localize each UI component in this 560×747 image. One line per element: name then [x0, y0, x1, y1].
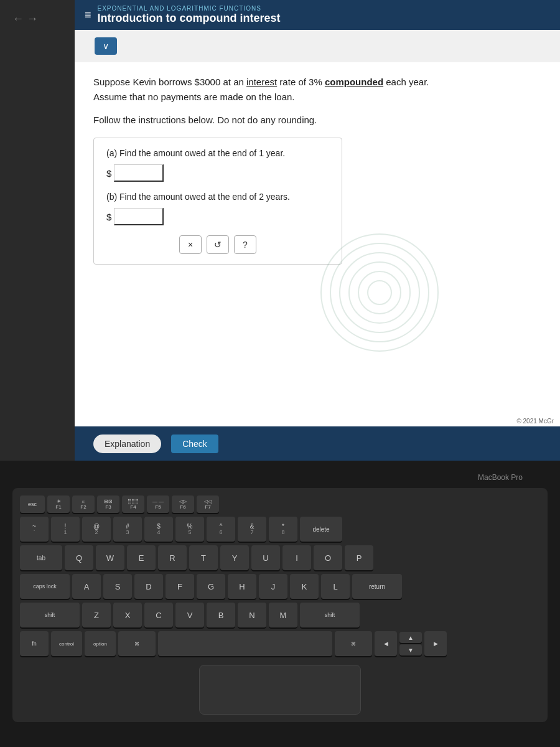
- key-t[interactable]: T: [189, 545, 218, 570]
- part-a-label: (a) Find the amount owed at the end of 1…: [106, 148, 329, 158]
- key-option[interactable]: option: [85, 631, 116, 656]
- key-f3[interactable]: ⊟⊡ F3: [97, 496, 119, 513]
- key-j[interactable]: J: [259, 574, 287, 599]
- key-8[interactable]: * 8: [269, 517, 297, 542]
- key-b[interactable]: B: [207, 603, 235, 627]
- key-fn[interactable]: fn: [20, 631, 49, 656]
- subject-label: EXPONENTIAL AND LOGARITHMIC FUNCTIONS: [98, 5, 281, 12]
- key-f2[interactable]: ☼ F2: [72, 496, 95, 513]
- key-space[interactable]: [158, 631, 332, 656]
- key-x[interactable]: X: [113, 603, 142, 627]
- bottom-bar: Explanation Check: [75, 426, 560, 461]
- fn-row: esc ☀ F1 ☼ F2 ⊟⊡ F3 ⣿⣿⣿ F4 — — F5 ◁: [20, 496, 540, 513]
- part-b-label: (b) Find the amount owed at the end of 2…: [106, 192, 329, 202]
- instructions-text: Follow the instructions below. Do not do…: [93, 115, 541, 125]
- key-f6[interactable]: ◁▷ F6: [172, 496, 194, 513]
- key-c[interactable]: C: [144, 603, 173, 627]
- key-shift-left[interactable]: shift: [20, 603, 80, 627]
- keyboard: esc ☀ F1 ☼ F2 ⊟⊡ F3 ⣿⣿⣿ F4 — — F5 ◁: [12, 488, 548, 722]
- macbook-label: MacBook Pro: [478, 473, 560, 482]
- hamburger-icon[interactable]: ≡: [85, 9, 91, 22]
- key-return[interactable]: return: [352, 574, 402, 599]
- num-row: ~ ` ! 1 @ 2 # 3 $ 4 % 5: [20, 517, 540, 542]
- key-arrow-up[interactable]: ▲: [399, 632, 422, 643]
- help-button[interactable]: ?: [234, 235, 256, 254]
- screen-area: ≡ EXPONENTIAL AND LOGARITHMIC FUNCTIONS …: [75, 0, 560, 461]
- back-button[interactable]: ← →: [12, 12, 38, 26]
- key-m[interactable]: M: [269, 603, 297, 627]
- key-z[interactable]: Z: [82, 603, 111, 627]
- problem-box: (a) Find the amount owed at the end of 1…: [93, 138, 342, 265]
- key-n[interactable]: N: [238, 603, 266, 627]
- key-capslock[interactable]: caps lock: [20, 574, 70, 599]
- screen-content: ≡ EXPONENTIAL AND LOGARITHMIC FUNCTIONS …: [75, 0, 560, 461]
- key-w[interactable]: W: [96, 545, 124, 570]
- lesson-title: Introduction to compound interest: [98, 12, 281, 25]
- key-arrow-left[interactable]: ◀: [375, 631, 397, 656]
- key-ctrl[interactable]: control: [51, 631, 82, 656]
- key-cmd-left[interactable]: ⌘: [118, 631, 156, 656]
- key-d[interactable]: D: [134, 574, 163, 599]
- key-a[interactable]: A: [72, 574, 101, 599]
- part-b-input[interactable]: [114, 208, 164, 225]
- keyboard-area: MacBook Pro esc ☀ F1 ☼ F2 ⊟⊡ F3 ⣿⣿⣿ F4 —…: [0, 461, 560, 747]
- key-u[interactable]: U: [251, 545, 280, 570]
- key-f7[interactable]: ◁◁ F7: [197, 496, 219, 513]
- check-button[interactable]: Check: [171, 435, 218, 453]
- key-s[interactable]: S: [103, 574, 132, 599]
- key-shift-right[interactable]: shift: [300, 603, 360, 627]
- problem-intro-1: Suppose Kevin borrows $3000 at an intere…: [93, 75, 541, 105]
- key-backspace[interactable]: delete: [300, 517, 342, 542]
- key-r[interactable]: R: [158, 545, 187, 570]
- key-k[interactable]: K: [290, 574, 319, 599]
- dollar-sign-a: $: [106, 168, 111, 179]
- key-5[interactable]: % 5: [175, 517, 204, 542]
- key-y[interactable]: Y: [220, 545, 249, 570]
- key-tilde[interactable]: ~ `: [20, 517, 49, 542]
- dollar-sign-b: $: [106, 212, 111, 222]
- key-2[interactable]: @ 2: [82, 517, 111, 542]
- key-e[interactable]: E: [127, 545, 156, 570]
- key-7[interactable]: & 7: [238, 517, 266, 542]
- key-q[interactable]: Q: [65, 545, 93, 570]
- close-button[interactable]: ×: [179, 235, 202, 254]
- key-f1[interactable]: ☀ F1: [47, 496, 70, 513]
- key-v[interactable]: V: [175, 603, 204, 627]
- key-arrow-right[interactable]: ▶: [424, 631, 447, 656]
- key-f4[interactable]: ⣿⣿⣿ F4: [122, 496, 144, 513]
- left-bezel: ← →: [0, 0, 75, 461]
- key-cmd-right[interactable]: ⌘: [335, 631, 372, 656]
- chevron-button[interactable]: ∨: [95, 37, 117, 55]
- explanation-button[interactable]: Explanation: [93, 435, 161, 453]
- part-a-input[interactable]: [114, 164, 164, 182]
- key-h[interactable]: H: [228, 574, 256, 599]
- key-esc[interactable]: esc: [20, 496, 45, 513]
- key-o[interactable]: O: [314, 545, 342, 570]
- key-arrow-down[interactable]: ▼: [399, 644, 422, 655]
- asdf-row: caps lock A S D F G H J K L return: [20, 574, 540, 599]
- key-i[interactable]: I: [282, 545, 311, 570]
- top-bar: ≡ EXPONENTIAL AND LOGARITHMIC FUNCTIONS …: [75, 0, 560, 30]
- key-tab[interactable]: tab: [20, 545, 62, 570]
- part-a-input-row: $: [106, 164, 329, 182]
- key-1[interactable]: ! 1: [51, 517, 80, 542]
- action-buttons: × ↺ ?: [106, 235, 329, 254]
- key-p[interactable]: P: [345, 545, 373, 570]
- key-f[interactable]: F: [166, 574, 194, 599]
- key-4[interactable]: $ 4: [144, 517, 173, 542]
- key-3[interactable]: # 3: [113, 517, 142, 542]
- chevron-down-icon: ∨: [103, 41, 109, 51]
- zxcv-row: shift Z X C V B N M shift: [20, 603, 540, 627]
- undo-button[interactable]: ↺: [207, 235, 229, 254]
- key-l[interactable]: L: [321, 574, 350, 599]
- part-b-input-row: $: [106, 208, 329, 225]
- qwerty-row: tab Q W E R T Y U I O P: [20, 545, 540, 570]
- modifier-row: fn control option ⌘ ⌘ ◀ ▲ ▼ ▶: [20, 631, 540, 656]
- key-g[interactable]: G: [197, 574, 225, 599]
- copyright-text: © 2021 McGr: [516, 418, 554, 425]
- touchpad[interactable]: [199, 665, 361, 715]
- key-f5[interactable]: — — F5: [147, 496, 169, 513]
- main-content: Suppose Kevin borrows $3000 at an intere…: [75, 62, 560, 436]
- key-6[interactable]: ^ 6: [207, 517, 235, 542]
